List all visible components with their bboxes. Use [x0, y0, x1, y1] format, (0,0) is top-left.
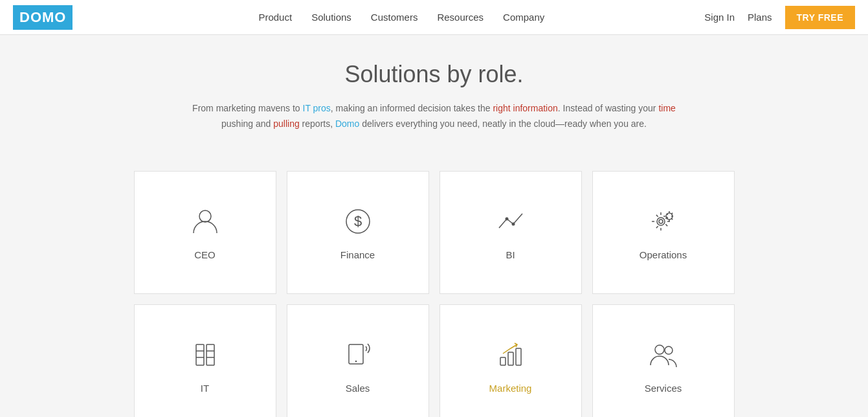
line-chart-icon [493, 204, 528, 239]
svg-rect-8 [196, 344, 204, 365]
gears-icon [646, 204, 681, 239]
svg-rect-16 [500, 357, 506, 365]
plans-link[interactable]: Plans [748, 12, 772, 23]
card-bi[interactable]: BI [440, 171, 582, 294]
card-finance[interactable]: $ Finance [287, 171, 429, 294]
logo-block: DOMO [13, 5, 72, 30]
bar-chart-up-icon [493, 337, 528, 372]
logo[interactable]: DOMO [13, 5, 72, 30]
card-ceo[interactable]: CEO [134, 171, 276, 294]
page-title: Solutions by role. [13, 61, 855, 88]
highlight-pulling: pulling [273, 118, 299, 129]
nav-links: Product Solutions Customers Resources Co… [98, 12, 704, 23]
card-grid: CEO $ Finance BI [0, 164, 868, 417]
svg-point-4 [511, 223, 515, 226]
card-sales[interactable]: Sales [287, 304, 429, 417]
svg-text:$: $ [353, 213, 361, 229]
nav-right: Sign In Plans TRY FREE [704, 6, 855, 29]
svg-rect-17 [508, 352, 513, 365]
svg-point-20 [665, 346, 673, 354]
svg-point-5 [657, 218, 665, 225]
svg-point-19 [655, 345, 664, 354]
svg-rect-9 [206, 344, 214, 365]
highlight-domo: Domo [335, 118, 359, 129]
card-bi-label: BI [506, 249, 515, 260]
card-operations-label: Operations [640, 249, 687, 260]
try-free-button[interactable]: TRY FREE [785, 6, 855, 29]
card-services-label: Services [645, 383, 682, 394]
nav-customers[interactable]: Customers [371, 12, 418, 23]
highlight-it: IT pros [303, 103, 331, 113]
person-icon [188, 204, 223, 239]
card-it[interactable]: IT [134, 304, 276, 417]
nav-company[interactable]: Company [503, 12, 544, 23]
card-it-label: IT [201, 383, 209, 394]
nav-solutions[interactable]: Solutions [311, 12, 351, 23]
svg-point-3 [505, 218, 508, 221]
card-operations[interactable]: Operations [592, 171, 735, 294]
nav-resources[interactable]: Resources [437, 12, 484, 23]
card-marketing-label: Marketing [489, 383, 532, 394]
card-sales-label: Sales [346, 383, 370, 394]
card-services[interactable]: Services [592, 304, 735, 417]
svg-rect-18 [516, 348, 521, 365]
main-content: Solutions by role. From marketing mavens… [0, 35, 868, 164]
tablet-signal-icon [340, 337, 375, 372]
server-icon [188, 337, 223, 372]
svg-point-6 [659, 220, 663, 223]
navbar: DOMO Product Solutions Customers Resourc… [0, 0, 868, 35]
sign-in-link[interactable]: Sign In [704, 12, 735, 23]
nav-product[interactable]: Product [258, 12, 292, 23]
people-icon [646, 337, 681, 372]
svg-point-0 [199, 210, 211, 222]
card-finance-label: Finance [340, 249, 375, 260]
highlight-right-info: right information [493, 103, 557, 113]
page-description: From marketing mavens to IT pros, making… [188, 101, 680, 132]
highlight-time: time [658, 103, 675, 113]
card-marketing[interactable]: Marketing [440, 304, 582, 417]
card-ceo-label: CEO [194, 249, 216, 260]
dollar-circle-icon: $ [340, 204, 375, 239]
